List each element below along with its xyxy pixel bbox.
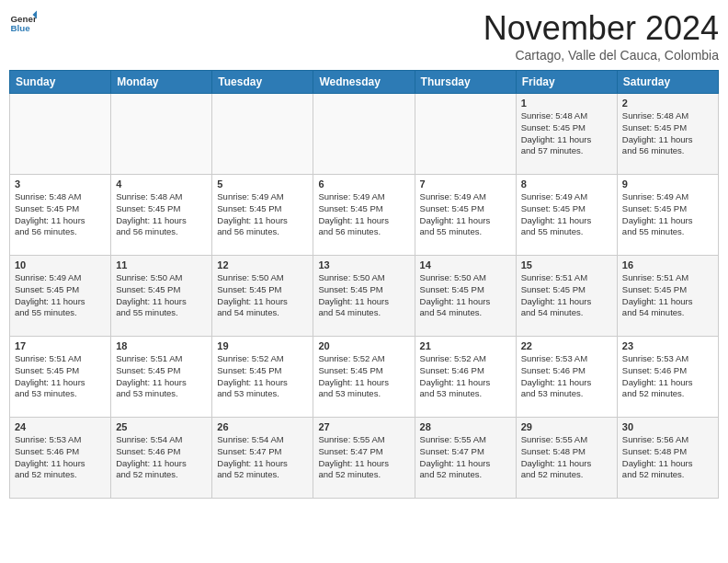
day-number: 17	[15, 340, 106, 351]
calendar-cell: 1Sunrise: 5:48 AM Sunset: 5:45 PM Daylig…	[516, 94, 617, 175]
logo-icon: General Blue	[9, 9, 37, 37]
subtitle: Cartago, Valle del Cauca, Colombia	[483, 48, 719, 63]
month-title: November 2024	[483, 9, 719, 48]
day-info: Sunrise: 5:56 AM Sunset: 5:48 PM Dayligh…	[622, 434, 713, 481]
svg-text:Blue: Blue	[11, 23, 31, 33]
day-info: Sunrise: 5:48 AM Sunset: 5:45 PM Dayligh…	[622, 110, 713, 157]
weekday-header-tuesday: Tuesday	[212, 71, 313, 94]
week-row-5: 24Sunrise: 5:53 AM Sunset: 5:46 PM Dayli…	[10, 418, 719, 499]
calendar-cell: 27Sunrise: 5:55 AM Sunset: 5:47 PM Dayli…	[313, 418, 415, 499]
day-info: Sunrise: 5:49 AM Sunset: 5:45 PM Dayligh…	[521, 191, 612, 238]
day-number: 24	[15, 421, 106, 432]
calendar-cell	[415, 94, 516, 175]
day-number: 7	[420, 178, 511, 190]
day-info: Sunrise: 5:51 AM Sunset: 5:45 PM Dayligh…	[521, 272, 612, 319]
calendar-cell: 18Sunrise: 5:51 AM Sunset: 5:45 PM Dayli…	[111, 337, 212, 418]
day-info: Sunrise: 5:51 AM Sunset: 5:45 PM Dayligh…	[116, 353, 207, 400]
day-info: Sunrise: 5:49 AM Sunset: 5:45 PM Dayligh…	[217, 191, 308, 238]
calendar-cell: 25Sunrise: 5:54 AM Sunset: 5:46 PM Dayli…	[111, 418, 212, 499]
calendar-cell: 13Sunrise: 5:50 AM Sunset: 5:45 PM Dayli…	[313, 256, 415, 337]
calendar-cell: 14Sunrise: 5:50 AM Sunset: 5:45 PM Dayli…	[415, 256, 516, 337]
calendar-cell: 28Sunrise: 5:55 AM Sunset: 5:47 PM Dayli…	[415, 418, 516, 499]
calendar-cell: 21Sunrise: 5:52 AM Sunset: 5:46 PM Dayli…	[415, 337, 516, 418]
day-info: Sunrise: 5:52 AM Sunset: 5:45 PM Dayligh…	[217, 353, 308, 400]
day-info: Sunrise: 5:49 AM Sunset: 5:45 PM Dayligh…	[318, 191, 409, 238]
calendar-cell	[10, 94, 111, 175]
day-info: Sunrise: 5:50 AM Sunset: 5:45 PM Dayligh…	[217, 272, 308, 319]
title-section: November 2024 Cartago, Valle del Cauca, …	[483, 9, 719, 63]
calendar-cell: 20Sunrise: 5:52 AM Sunset: 5:45 PM Dayli…	[313, 337, 415, 418]
day-number: 12	[217, 259, 308, 270]
day-info: Sunrise: 5:53 AM Sunset: 5:46 PM Dayligh…	[521, 353, 612, 400]
day-info: Sunrise: 5:54 AM Sunset: 5:47 PM Dayligh…	[217, 434, 308, 481]
day-info: Sunrise: 5:51 AM Sunset: 5:45 PM Dayligh…	[15, 353, 106, 400]
day-number: 25	[116, 421, 207, 432]
day-info: Sunrise: 5:52 AM Sunset: 5:46 PM Dayligh…	[420, 353, 511, 400]
day-number: 9	[622, 178, 713, 190]
day-number: 29	[521, 421, 612, 432]
day-info: Sunrise: 5:50 AM Sunset: 5:45 PM Dayligh…	[116, 272, 207, 319]
weekday-header-monday: Monday	[111, 71, 212, 94]
day-info: Sunrise: 5:48 AM Sunset: 5:45 PM Dayligh…	[15, 191, 106, 238]
day-number: 23	[622, 340, 713, 351]
day-number: 6	[318, 178, 409, 190]
week-row-2: 3Sunrise: 5:48 AM Sunset: 5:45 PM Daylig…	[10, 175, 719, 256]
calendar-table: SundayMondayTuesdayWednesdayThursdayFrid…	[9, 70, 719, 499]
week-row-1: 1Sunrise: 5:48 AM Sunset: 5:45 PM Daylig…	[10, 94, 719, 175]
calendar-cell: 15Sunrise: 5:51 AM Sunset: 5:45 PM Dayli…	[516, 256, 617, 337]
calendar-cell: 19Sunrise: 5:52 AM Sunset: 5:45 PM Dayli…	[212, 337, 313, 418]
day-number: 19	[217, 340, 308, 351]
day-info: Sunrise: 5:49 AM Sunset: 5:45 PM Dayligh…	[15, 272, 106, 319]
header: General Blue November 2024 Cartago, Vall…	[9, 9, 719, 63]
calendar-cell: 2Sunrise: 5:48 AM Sunset: 5:45 PM Daylig…	[617, 94, 718, 175]
calendar-cell: 6Sunrise: 5:49 AM Sunset: 5:45 PM Daylig…	[313, 175, 415, 256]
day-info: Sunrise: 5:53 AM Sunset: 5:46 PM Dayligh…	[622, 353, 713, 400]
day-info: Sunrise: 5:50 AM Sunset: 5:45 PM Dayligh…	[318, 272, 409, 319]
day-number: 30	[622, 421, 713, 432]
calendar-cell: 16Sunrise: 5:51 AM Sunset: 5:45 PM Dayli…	[617, 256, 718, 337]
day-number: 28	[420, 421, 511, 432]
day-number: 16	[622, 259, 713, 270]
calendar-cell: 30Sunrise: 5:56 AM Sunset: 5:48 PM Dayli…	[617, 418, 718, 499]
day-number: 18	[116, 340, 207, 351]
day-number: 14	[420, 259, 511, 270]
logo: General Blue	[9, 9, 37, 37]
calendar-cell: 3Sunrise: 5:48 AM Sunset: 5:45 PM Daylig…	[10, 175, 111, 256]
day-number: 3	[15, 178, 106, 190]
day-number: 5	[217, 178, 308, 190]
weekday-header-thursday: Thursday	[415, 71, 516, 94]
day-info: Sunrise: 5:55 AM Sunset: 5:47 PM Dayligh…	[420, 434, 511, 481]
calendar-cell: 10Sunrise: 5:49 AM Sunset: 5:45 PM Dayli…	[10, 256, 111, 337]
weekday-header-row: SundayMondayTuesdayWednesdayThursdayFrid…	[10, 71, 719, 94]
weekday-header-sunday: Sunday	[10, 71, 111, 94]
day-number: 10	[15, 259, 106, 270]
day-number: 8	[521, 178, 612, 190]
day-number: 27	[318, 421, 409, 432]
day-number: 21	[420, 340, 511, 351]
day-number: 11	[116, 259, 207, 270]
calendar-cell: 9Sunrise: 5:49 AM Sunset: 5:45 PM Daylig…	[617, 175, 718, 256]
day-number: 2	[622, 98, 713, 109]
day-number: 13	[318, 259, 409, 270]
day-number: 15	[521, 259, 612, 270]
calendar-cell: 7Sunrise: 5:49 AM Sunset: 5:45 PM Daylig…	[415, 175, 516, 256]
day-number: 20	[318, 340, 409, 351]
day-number: 22	[521, 340, 612, 351]
day-number: 1	[521, 98, 612, 109]
day-info: Sunrise: 5:48 AM Sunset: 5:45 PM Dayligh…	[521, 110, 612, 157]
calendar-cell: 29Sunrise: 5:55 AM Sunset: 5:48 PM Dayli…	[516, 418, 617, 499]
day-info: Sunrise: 5:53 AM Sunset: 5:46 PM Dayligh…	[15, 434, 106, 481]
calendar-cell: 26Sunrise: 5:54 AM Sunset: 5:47 PM Dayli…	[212, 418, 313, 499]
day-info: Sunrise: 5:52 AM Sunset: 5:45 PM Dayligh…	[318, 353, 409, 400]
calendar-cell	[313, 94, 415, 175]
calendar-cell: 11Sunrise: 5:50 AM Sunset: 5:45 PM Dayli…	[111, 256, 212, 337]
weekday-header-friday: Friday	[516, 71, 617, 94]
day-info: Sunrise: 5:51 AM Sunset: 5:45 PM Dayligh…	[622, 272, 713, 319]
day-info: Sunrise: 5:54 AM Sunset: 5:46 PM Dayligh…	[116, 434, 207, 481]
calendar-cell: 22Sunrise: 5:53 AM Sunset: 5:46 PM Dayli…	[516, 337, 617, 418]
calendar-cell: 4Sunrise: 5:48 AM Sunset: 5:45 PM Daylig…	[111, 175, 212, 256]
calendar-cell: 24Sunrise: 5:53 AM Sunset: 5:46 PM Dayli…	[10, 418, 111, 499]
day-info: Sunrise: 5:49 AM Sunset: 5:45 PM Dayligh…	[420, 191, 511, 238]
weekday-header-wednesday: Wednesday	[313, 71, 415, 94]
day-info: Sunrise: 5:55 AM Sunset: 5:47 PM Dayligh…	[318, 434, 409, 481]
